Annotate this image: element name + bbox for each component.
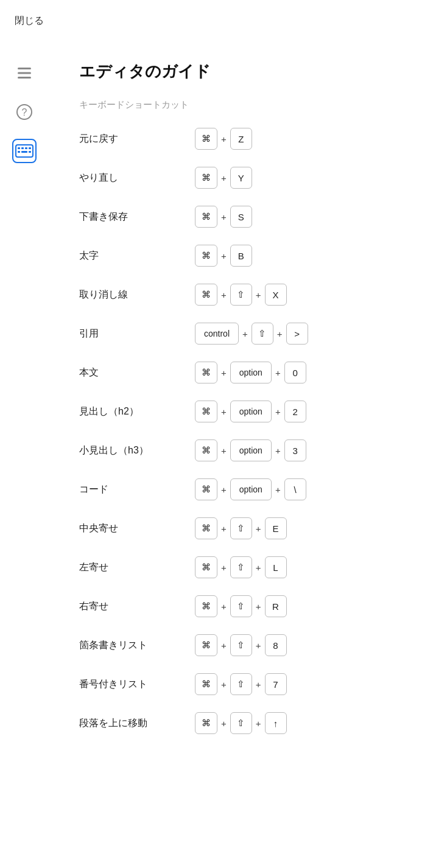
shortcut-row: やり直し⌘+Y <box>79 167 429 189</box>
key-badge: ⌘ <box>195 634 217 656</box>
shortcut-keys: ⌘+option+2 <box>195 401 306 422</box>
key-badge: R <box>265 595 287 617</box>
shortcut-row: 中央寄せ⌘+⇧+E <box>79 517 429 539</box>
shortcut-name: 番号付きリスト <box>79 678 195 691</box>
shortcut-row: 見出し（h2）⌘+option+2 <box>79 401 429 422</box>
shortcut-keys: ⌘+Z <box>195 128 252 150</box>
key-badge: ⇧ <box>230 712 252 734</box>
key-badge: \ <box>284 478 306 500</box>
shortcut-name: 取り消し線 <box>79 289 195 301</box>
main-content: エディタのガイド キーボードショートカット 元に戻す⌘+Zやり直し⌘+Y下書き保… <box>55 0 447 788</box>
key-badge: ⌘ <box>195 673 217 695</box>
svg-rect-8 <box>25 147 27 149</box>
page-title: エディタのガイド <box>79 61 429 82</box>
plus-sign: + <box>221 718 227 729</box>
key-badge: 2 <box>284 401 306 422</box>
plus-sign: + <box>256 523 261 534</box>
key-badge: ⌘ <box>195 439 217 461</box>
shortcuts-list: 元に戻す⌘+Zやり直し⌘+Y下書き保存⌘+S太字⌘+B取り消し線⌘+⇧+X引用c… <box>79 128 429 734</box>
shortcut-row: 本文⌘+option+0 <box>79 362 429 383</box>
key-badge: option <box>230 478 272 500</box>
plus-sign: + <box>221 134 227 144</box>
plus-sign: + <box>221 562 227 573</box>
shortcut-name: 引用 <box>79 327 195 340</box>
svg-rect-6 <box>18 147 20 149</box>
svg-rect-11 <box>21 151 27 153</box>
plus-sign: + <box>256 640 261 651</box>
key-badge: ⇧ <box>252 323 273 345</box>
plus-sign: + <box>275 446 281 456</box>
plus-sign: + <box>242 329 248 339</box>
shortcut-keys: ⌘+option+\ <box>195 478 306 500</box>
shortcut-keys: ⌘+option+0 <box>195 362 306 383</box>
key-badge: ⌘ <box>195 362 217 383</box>
shortcut-name: 見出し（h2） <box>79 405 195 418</box>
shortcut-row: 箇条書きリスト⌘+⇧+8 <box>79 634 429 656</box>
plus-sign: + <box>221 290 227 300</box>
shortcut-keys: ⌘+⇧+7 <box>195 673 287 695</box>
plus-sign: + <box>221 485 227 495</box>
shortcut-name: 本文 <box>79 366 195 379</box>
shortcut-keys: ⌘+⇧+X <box>195 284 287 306</box>
plus-sign: + <box>221 173 227 183</box>
key-badge: 7 <box>265 673 287 695</box>
svg-rect-7 <box>21 147 24 149</box>
key-badge: ↑ <box>265 712 287 734</box>
shortcut-row: 下書き保存⌘+S <box>79 206 429 228</box>
key-badge: ⌘ <box>195 401 217 422</box>
key-badge: ⌘ <box>195 556 217 578</box>
shortcut-keys: ⌘+option+3 <box>195 439 306 461</box>
key-badge: B <box>230 245 252 267</box>
plus-sign: + <box>256 290 261 300</box>
help-icon[interactable]: ? <box>12 100 37 124</box>
shortcut-name: 段落を上に移動 <box>79 717 195 730</box>
key-badge: ⌘ <box>195 167 217 189</box>
plus-sign: + <box>221 407 227 417</box>
plus-sign: + <box>221 368 227 378</box>
key-badge: > <box>286 323 308 345</box>
sidebar: ? <box>0 0 49 868</box>
svg-rect-2 <box>18 77 31 79</box>
plus-sign: + <box>221 679 227 690</box>
shortcut-name: 下書き保存 <box>79 211 195 223</box>
shortcut-row: 取り消し線⌘+⇧+X <box>79 284 429 306</box>
svg-rect-12 <box>29 151 31 153</box>
svg-rect-1 <box>18 72 31 74</box>
shortcut-name: 左寄せ <box>79 561 195 574</box>
list-icon[interactable] <box>12 61 37 85</box>
plus-sign: + <box>275 485 281 495</box>
svg-text:?: ? <box>22 107 27 117</box>
shortcut-keys: ⌘+⇧+R <box>195 595 287 617</box>
shortcut-row: 段落を上に移動⌘+⇧+↑ <box>79 712 429 734</box>
key-badge: ⇧ <box>230 284 252 306</box>
key-badge: ⌘ <box>195 517 217 539</box>
key-badge: 3 <box>284 439 306 461</box>
plus-sign: + <box>221 212 227 222</box>
shortcut-keys: ⌘+B <box>195 245 252 267</box>
key-badge: ⇧ <box>230 673 252 695</box>
shortcut-row: 右寄せ⌘+⇧+R <box>79 595 429 617</box>
key-badge: option <box>230 401 272 422</box>
key-badge: E <box>265 517 287 539</box>
key-badge: control <box>195 323 239 345</box>
shortcut-row: 太字⌘+B <box>79 245 429 267</box>
key-badge: ⌘ <box>195 206 217 228</box>
key-badge: ⌘ <box>195 284 217 306</box>
plus-sign: + <box>221 640 227 651</box>
key-badge: 0 <box>284 362 306 383</box>
svg-rect-9 <box>29 147 31 149</box>
plus-sign: + <box>221 446 227 456</box>
key-badge: ⌘ <box>195 128 217 150</box>
shortcut-keys: ⌘+S <box>195 206 252 228</box>
shortcut-name: 小見出し（h3） <box>79 444 195 457</box>
plus-sign: + <box>221 523 227 534</box>
key-badge: ⇧ <box>230 595 252 617</box>
key-badge: ⌘ <box>195 478 217 500</box>
key-badge: ⌘ <box>195 712 217 734</box>
shortcut-name: 元に戻す <box>79 133 195 145</box>
key-badge: ⌘ <box>195 595 217 617</box>
svg-rect-10 <box>18 151 20 153</box>
keyboard-icon[interactable] <box>12 139 37 163</box>
key-badge: 8 <box>265 634 287 656</box>
section-label: キーボードショートカット <box>79 99 429 111</box>
